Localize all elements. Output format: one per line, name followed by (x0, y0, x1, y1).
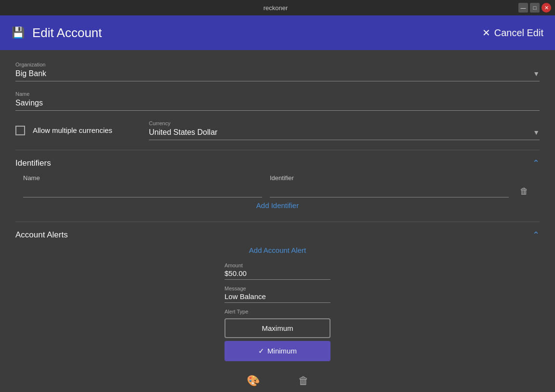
name-field: Name Savings (15, 91, 540, 111)
alerts-content: Add Account Alert Amount $50.00 Message … (15, 246, 540, 392)
add-account-alert-button[interactable]: Add Account Alert (249, 246, 306, 254)
name-value-row: Savings (15, 99, 540, 111)
page-title: Edit Account (32, 26, 102, 40)
organization-value: Big Bank (15, 69, 46, 78)
identifier-value-input[interactable] (270, 185, 509, 197)
paint-button[interactable]: 🎨 (247, 375, 260, 387)
message-label: Message (225, 286, 330, 291)
alert-type-buttons: Maximum ✓Minimum (225, 318, 330, 361)
header-bar: 💾 Edit Account ✕ Cancel Edit (0, 15, 555, 50)
alert-type-section: Alert Type Maximum ✓Minimum (225, 309, 330, 361)
account-alerts-title: Account Alerts (15, 230, 68, 240)
close-button[interactable]: ✕ (542, 3, 551, 13)
organization-field: Organization Big Bank ▼ (15, 62, 540, 81)
minimize-button[interactable]: — (518, 3, 528, 13)
currency-field: Currency United States Dollar ▼ (149, 120, 540, 140)
name-value: Savings (15, 99, 43, 107)
identifiers-section: Identifiers ⌃ Name Identifier 🗑 Add Iden… (15, 150, 540, 218)
organization-value-row[interactable]: Big Bank ▼ (15, 69, 540, 81)
alert-amount-field: Amount $50.00 (225, 262, 330, 280)
alert-actions: 🎨 🗑 (247, 375, 309, 387)
main-content: Organization Big Bank ▼ Name Savings All… (0, 50, 555, 392)
minimum-button[interactable]: ✓Minimum (225, 341, 330, 361)
maximum-button[interactable]: Maximum (225, 318, 330, 338)
allow-multiple-currencies-checkbox[interactable] (15, 126, 25, 135)
identifier-col-header: Identifier (270, 174, 509, 182)
identifiers-table: Name Identifier 🗑 Add Identifier (15, 174, 540, 218)
amount-value: $50.00 (225, 269, 330, 280)
organization-dropdown-arrow: ▼ (533, 70, 540, 78)
currency-value: United States Dollar (149, 128, 217, 137)
account-alerts-chevron-icon: ⌃ (532, 230, 540, 240)
currency-label: Currency (149, 120, 540, 126)
currency-row: Allow multiple currencies Currency Unite… (15, 120, 540, 140)
alert-form: Amount $50.00 Message Low Balance Alert … (15, 262, 540, 392)
titlebar-controls: — □ ✕ (518, 3, 551, 13)
alert-message-field: Message Low Balance (225, 286, 330, 303)
header-left: 💾 Edit Account (12, 26, 102, 40)
alert-delete-button[interactable]: 🗑 (298, 375, 309, 387)
maximize-button[interactable]: □ (530, 3, 540, 13)
identifier-name-input[interactable] (23, 185, 262, 197)
identifier-header-row: Name Identifier (23, 174, 532, 182)
titlebar: reckoner — □ ✕ (0, 0, 555, 15)
add-identifier-button[interactable]: Add Identifier (256, 201, 299, 209)
organization-label: Organization (15, 62, 540, 67)
name-label: Name (15, 91, 540, 97)
account-alerts-section-header[interactable]: Account Alerts ⌃ (15, 222, 540, 246)
add-identifier-row: Add Identifier (23, 201, 532, 210)
minimum-check-icon: ✓ (258, 347, 264, 355)
titlebar-title: reckoner (33, 4, 518, 12)
minimum-label: Minimum (267, 347, 297, 355)
amount-label: Amount (225, 262, 330, 268)
currency-value-row[interactable]: United States Dollar ▼ (149, 128, 540, 140)
identifiers-chevron-icon: ⌃ (532, 158, 540, 169)
save-icon: 💾 (12, 26, 25, 39)
identifier-delete-button[interactable]: 🗑 (516, 186, 532, 196)
add-alert-row: Add Account Alert (15, 246, 540, 255)
identifiers-section-header[interactable]: Identifiers ⌃ (15, 150, 540, 174)
cancel-edit-button[interactable]: ✕ Cancel Edit (482, 27, 543, 39)
cancel-icon: ✕ (482, 27, 490, 39)
currency-dropdown-arrow: ▼ (533, 129, 540, 136)
identifiers-title: Identifiers (15, 158, 51, 168)
account-alerts-section: Account Alerts ⌃ Add Account Alert Amoun… (15, 222, 540, 392)
identifier-input-row: 🗑 (23, 185, 532, 197)
alert-type-label: Alert Type (225, 309, 330, 314)
message-value: Low Balance (225, 292, 330, 303)
cancel-edit-label: Cancel Edit (494, 27, 543, 39)
allow-multiple-currencies-label: Allow multiple currencies (33, 126, 112, 134)
name-col-header: Name (23, 174, 262, 182)
